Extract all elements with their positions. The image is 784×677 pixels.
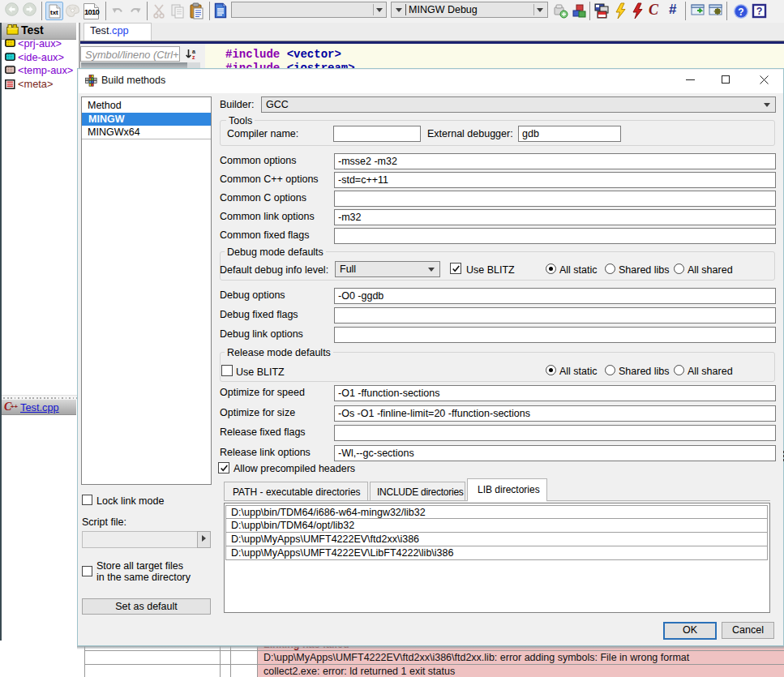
- svg-text:txt: txt: [50, 9, 58, 16]
- svg-text:?: ?: [756, 6, 763, 17]
- svg-text:1010: 1010: [84, 7, 99, 16]
- svg-text:?: ?: [738, 6, 743, 18]
- svg-text:z: z: [192, 54, 195, 60]
- svg-text:a: a: [192, 49, 195, 54]
